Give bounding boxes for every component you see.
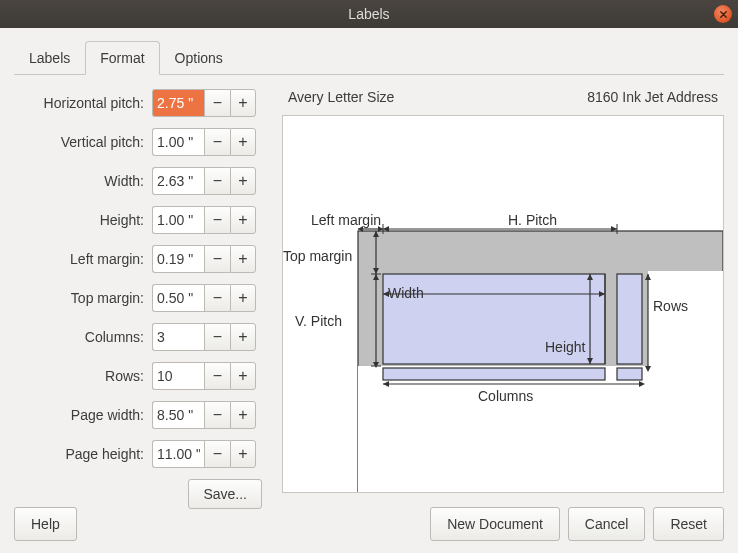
tab-bar: Labels Format Options [14,40,724,75]
preview-brand: Avery Letter Size [288,89,394,105]
input-page-width[interactable] [152,401,204,429]
rows-minus[interactable]: − [204,362,230,390]
tab-options[interactable]: Options [160,41,238,75]
top-margin-plus[interactable]: + [230,284,256,312]
height-minus[interactable]: − [204,206,230,234]
width-minus[interactable]: − [204,167,230,195]
input-page-height[interactable] [152,440,204,468]
svg-rect-4 [617,274,642,364]
svg-text:H. Pitch: H. Pitch [508,212,557,228]
preview-diagram: Left margin H. Pitch Top margin [282,115,724,493]
horizontal-pitch-minus[interactable]: − [204,89,230,117]
page-width-plus[interactable]: + [230,401,256,429]
page-height-plus[interactable]: + [230,440,256,468]
svg-rect-5 [383,368,605,380]
label-left-margin: Left margin: [14,251,144,267]
diagram-svg: Left margin H. Pitch Top margin [283,116,723,492]
tab-labels[interactable]: Labels [14,41,85,75]
svg-text:V. Pitch: V. Pitch [295,313,342,329]
input-rows[interactable] [152,362,204,390]
vertical-pitch-minus[interactable]: − [204,128,230,156]
fields-column: Horizontal pitch: − + Vertical pitch: − … [14,89,262,509]
svg-text:Columns: Columns [478,388,533,404]
left-margin-minus[interactable]: − [204,245,230,273]
input-top-margin[interactable] [152,284,204,312]
label-horizontal-pitch: Horizontal pitch: [14,95,144,111]
footer: Help New Document Cancel Reset [0,495,738,553]
page-height-minus[interactable]: − [204,440,230,468]
tab-format[interactable]: Format [85,41,159,75]
label-top-margin: Top margin: [14,290,144,306]
svg-text:Width: Width [388,285,424,301]
columns-minus[interactable]: − [204,323,230,351]
preview-column: Avery Letter Size 8160 Ink Jet Address [282,89,724,509]
label-columns: Columns: [14,329,144,345]
horizontal-pitch-plus[interactable]: + [230,89,256,117]
help-button[interactable]: Help [14,507,77,541]
label-vertical-pitch: Vertical pitch: [14,134,144,150]
columns-plus[interactable]: + [230,323,256,351]
page-width-minus[interactable]: − [204,401,230,429]
input-height[interactable] [152,206,204,234]
svg-rect-6 [617,368,642,380]
height-plus[interactable]: + [230,206,256,234]
title-bar: Labels [0,0,738,28]
close-button[interactable] [714,5,732,23]
svg-text:Rows: Rows [653,298,688,314]
reset-button[interactable]: Reset [653,507,724,541]
close-icon [719,10,728,19]
cancel-button[interactable]: Cancel [568,507,646,541]
svg-text:Left margin: Left margin [311,212,381,228]
preview-type: 8160 Ink Jet Address [587,89,718,105]
label-page-width: Page width: [14,407,144,423]
new-document-button[interactable]: New Document [430,507,560,541]
rows-plus[interactable]: + [230,362,256,390]
label-page-height: Page height: [14,446,144,462]
svg-text:Top margin: Top margin [283,248,352,264]
input-horizontal-pitch[interactable] [152,89,204,117]
width-plus[interactable]: + [230,167,256,195]
input-width[interactable] [152,167,204,195]
label-rows: Rows: [14,368,144,384]
top-margin-minus[interactable]: − [204,284,230,312]
label-width: Width: [14,173,144,189]
left-margin-plus[interactable]: + [230,245,256,273]
label-height: Height: [14,212,144,228]
window-title: Labels [348,6,389,22]
input-vertical-pitch[interactable] [152,128,204,156]
svg-text:Height: Height [545,339,586,355]
input-columns[interactable] [152,323,204,351]
input-left-margin[interactable] [152,245,204,273]
vertical-pitch-plus[interactable]: + [230,128,256,156]
